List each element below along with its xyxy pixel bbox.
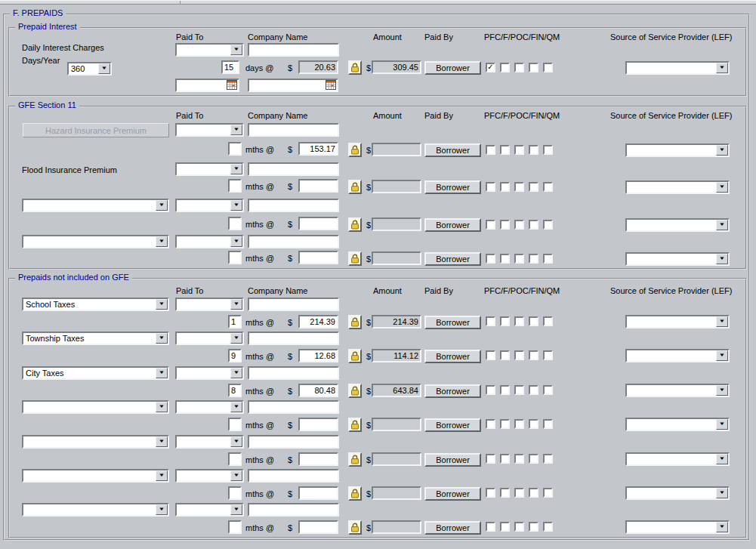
gfe11-row3-paid-to-select[interactable]: ▼ xyxy=(175,199,244,212)
ngfe-row6-item-select[interactable]: ▼ xyxy=(22,469,169,483)
pfc-checkbox-1[interactable] xyxy=(486,419,495,429)
pfc-checkbox-5[interactable] xyxy=(543,63,553,72)
pi-company-input[interactable] xyxy=(248,43,339,57)
ngfe-row5-paid-by-button[interactable]: Borrower xyxy=(424,453,481,467)
gfe11-row3-paid-by-button[interactable]: Borrower xyxy=(424,218,481,232)
calendar-button[interactable] xyxy=(227,80,238,91)
lock-button[interactable] xyxy=(348,349,362,363)
ngfe-row6-source-select[interactable]: ▼ xyxy=(625,486,730,500)
gfe11-row3-source-select[interactable]: ▼ xyxy=(625,218,730,232)
gfe11-row4-rate-input[interactable] xyxy=(298,251,338,264)
ngfe-row3-source-select[interactable]: ▼ xyxy=(625,384,730,397)
pfc-checkbox-5[interactable] xyxy=(543,419,553,429)
pfc-checkbox-3[interactable] xyxy=(514,63,524,72)
gfe11-row4-item-select[interactable]: ▼ xyxy=(22,235,169,248)
pfc-checkbox-3[interactable] xyxy=(514,145,524,155)
dropdown-button[interactable]: ▼ xyxy=(716,454,728,464)
pi-date-start-input[interactable] xyxy=(177,80,225,90)
pfc-checkbox-3[interactable] xyxy=(514,385,524,395)
lock-button[interactable] xyxy=(348,384,362,398)
lock-button[interactable] xyxy=(348,418,362,432)
dropdown-button[interactable]: ▼ xyxy=(156,333,168,344)
pfc-checkbox-1[interactable] xyxy=(486,488,495,498)
pfc-checkbox-5[interactable] xyxy=(543,316,553,326)
ngfe-row2-source-select[interactable]: ▼ xyxy=(625,349,730,362)
ngfe-row4-item-select[interactable]: ▼ xyxy=(22,400,169,414)
ngfe-row7-paid-by-button[interactable]: Borrower xyxy=(424,521,481,535)
gfe11-row4-company-input[interactable] xyxy=(248,235,339,248)
gfe11-row1-paid-to-select[interactable]: ▼ xyxy=(175,123,244,137)
lock-button[interactable] xyxy=(348,520,362,535)
gfe11-row2-source-select[interactable]: ▼ xyxy=(625,180,730,194)
ngfe-row6-rate-input[interactable] xyxy=(298,486,338,500)
ngfe-row5-company-input[interactable] xyxy=(248,435,339,449)
pfc-checkbox-1[interactable] xyxy=(486,522,495,532)
pfc-checkbox-1[interactable] xyxy=(486,254,495,264)
lock-button[interactable] xyxy=(348,180,362,194)
dropdown-button[interactable]: ▼ xyxy=(156,368,168,378)
gfe11-row4-months-input[interactable] xyxy=(228,251,242,264)
ngfe-row2-paid-by-button[interactable]: Borrower xyxy=(424,350,481,363)
dropdown-button[interactable]: ▼ xyxy=(230,299,242,310)
gfe11-row4-paid-by-button[interactable]: Borrower xyxy=(424,252,481,266)
dropdown-button[interactable]: ▼ xyxy=(716,419,728,430)
ngfe-row1-paid-by-button[interactable]: Borrower xyxy=(424,316,481,329)
pfc-checkbox-5[interactable] xyxy=(543,254,553,264)
pfc-checkbox-2[interactable] xyxy=(500,385,510,395)
pfc-checkbox-2[interactable] xyxy=(500,254,510,264)
ngfe-row4-paid-by-button[interactable]: Borrower xyxy=(424,418,481,432)
ngfe-row6-months-input[interactable] xyxy=(228,486,242,500)
pfc-checkbox-5[interactable] xyxy=(543,350,553,360)
ngfe-row7-months-input[interactable] xyxy=(228,520,242,534)
ngfe-row4-rate-input[interactable] xyxy=(298,418,338,431)
ngfe-row5-item-select[interactable]: ▼ xyxy=(22,435,169,449)
pfc-checkbox-1[interactable] xyxy=(486,220,495,230)
gfe11-row1-company-input[interactable] xyxy=(248,123,339,137)
ngfe-row3-paid-by-button[interactable]: Borrower xyxy=(424,384,481,398)
gfe11-row3-months-input[interactable] xyxy=(228,217,242,230)
dropdown-button[interactable]: ▼ xyxy=(230,470,242,481)
pfc-checkbox-3[interactable] xyxy=(514,316,524,326)
lock-button[interactable] xyxy=(348,486,362,501)
pfc-checkbox-4[interactable] xyxy=(529,316,538,326)
ngfe-row3-months-input[interactable] xyxy=(228,384,242,397)
pfc-checkbox-5[interactable] xyxy=(543,145,553,155)
gfe11-row1-paid-by-button[interactable]: Borrower xyxy=(424,143,481,157)
pfc-checkbox-3[interactable] xyxy=(514,419,524,429)
calendar-button[interactable] xyxy=(326,80,337,91)
dropdown-button[interactable]: ▼ xyxy=(156,236,168,247)
gfe11-row2-rate-input[interactable] xyxy=(298,179,338,193)
dropdown-button[interactable]: ▼ xyxy=(716,220,728,230)
pfc-checkbox-2[interactable] xyxy=(500,63,510,72)
dropdown-button[interactable]: ▼ xyxy=(98,63,110,74)
dropdown-button[interactable]: ▼ xyxy=(716,316,728,327)
pfc-checkbox-2[interactable] xyxy=(500,488,510,498)
ngfe-row3-paid-to-select[interactable]: ▼ xyxy=(175,366,244,380)
gfe11-row4-paid-to-select[interactable]: ▼ xyxy=(175,235,244,248)
gfe11-row2-company-input[interactable] xyxy=(248,162,339,176)
gfe11-row2-months-input[interactable] xyxy=(228,179,242,193)
dropdown-button[interactable]: ▼ xyxy=(156,504,168,515)
lock-button[interactable] xyxy=(348,217,362,232)
pfc-checkbox-3[interactable] xyxy=(514,220,524,230)
gfe11-row1-months-input[interactable] xyxy=(228,142,242,156)
ngfe-row1-paid-to-select[interactable]: ▼ xyxy=(175,298,244,311)
pfc-checkbox-2[interactable] xyxy=(500,522,510,532)
dropdown-button[interactable]: ▼ xyxy=(230,368,242,378)
pfc-checkbox-4[interactable] xyxy=(529,145,538,155)
dropdown-button[interactable]: ▼ xyxy=(156,200,168,211)
gfe11-row2-paid-to-select[interactable]: ▼ xyxy=(175,162,244,176)
ngfe-row2-months-input[interactable] xyxy=(228,349,242,362)
pfc-checkbox-3[interactable] xyxy=(514,522,524,532)
ngfe-row2-item-select[interactable]: Township Taxes▼ xyxy=(22,332,169,345)
pi-date-end-field[interactable] xyxy=(248,79,338,92)
gfe11-row1-rate-input[interactable] xyxy=(298,142,338,156)
pfc-checkbox-3[interactable] xyxy=(514,182,524,192)
pfc-checkbox-3[interactable] xyxy=(514,488,524,498)
pfc-checkbox-2[interactable] xyxy=(500,182,510,192)
pfc-checkbox-4[interactable] xyxy=(529,350,538,360)
pfc-checkbox-5[interactable] xyxy=(543,454,553,464)
dropdown-button[interactable]: ▼ xyxy=(230,504,242,515)
ngfe-row7-company-input[interactable] xyxy=(248,503,339,517)
dropdown-button[interactable]: ▼ xyxy=(716,145,728,156)
